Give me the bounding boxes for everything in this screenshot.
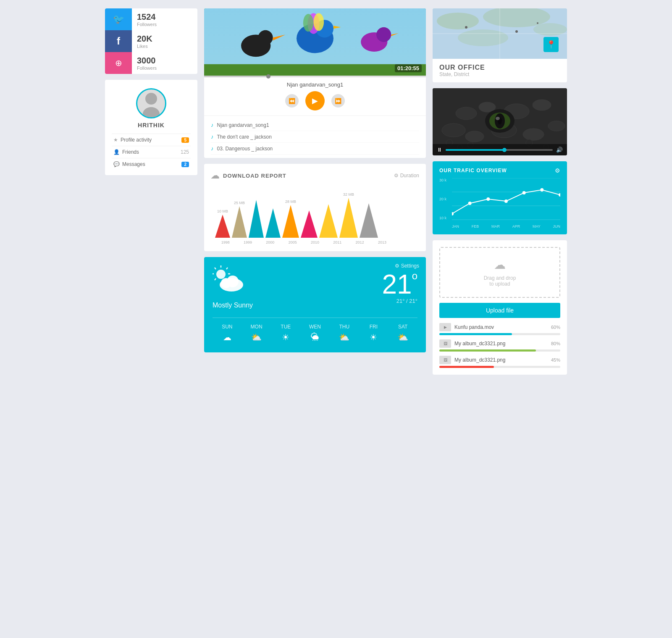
weather-settings-button[interactable]: ⚙ Settings [395,263,419,269]
video-right-progress[interactable] [446,149,553,151]
upload-file-button[interactable]: Upload file [439,303,560,318]
day-name-thu: THU [330,324,359,330]
playlist-item-label: Njan gandarvan_song1 [217,122,269,128]
music-note-icon: ♪ [211,145,214,152]
day-name-mon: MON [242,324,271,330]
day-icon-sun: ☁ [213,332,242,342]
x-label-may: MAY [533,224,541,228]
file-name-1: Kunfu panda.mov [454,324,548,330]
file-thumb-1: ▶ [439,323,451,331]
svg-point-0 [145,93,157,105]
video-progress-bar[interactable] [204,76,426,77]
svg-point-66 [559,193,560,197]
facebook-label: Likes [137,44,152,49]
playlist-item[interactable]: ♪ The don't care _ jackson [211,131,419,143]
weather-day-wen: WEN 🌦 [300,324,330,344]
svg-point-40 [533,100,551,110]
svg-point-42 [465,131,484,142]
svg-point-11 [313,13,324,31]
progress-fill-3 [439,366,494,368]
video-controls: ⏪ ▶ ⏩ [204,91,426,116]
file-pct-2: 80% [551,341,560,346]
facebook-icon: f [105,30,132,52]
weather-temperature: 21o [382,271,417,298]
weather-day-thu: THU ⛅ [330,324,359,344]
profile-activity-row[interactable]: ★ Profile activity 5 [112,134,191,146]
dribbble-label: Followers [137,66,157,71]
facebook-row[interactable]: f 20K Likes [105,30,197,52]
svg-point-1 [143,107,160,117]
music-note-icon: ♪ [211,134,214,140]
weather-description: Mostly Sunny [213,302,253,309]
svg-point-35 [537,22,538,24]
duration-filter[interactable]: ⚙ Duration [394,173,419,179]
svg-rect-3 [204,64,426,76]
office-title: OUR OFFICE [439,64,560,71]
dribbble-stats: 3000 Followers [132,53,162,73]
dropzone[interactable]: ☁ Drag and dropto upload [439,247,560,298]
profile-card: HRITHIK ★ Profile activity 5 👤 Friends 1… [105,80,197,175]
playlist-item-label: 03. Dangerous _ jackson [217,146,273,152]
weather-day-fri: FRI ☀ [359,324,388,344]
pause-button[interactable]: ⏸ [437,147,442,153]
office-subtitle: State, District [439,71,560,77]
playlist-item[interactable]: ♪ Njan gandarvan_song1 [211,119,419,131]
day-icon-fri: ☀ [359,332,388,342]
svg-point-34 [515,30,518,33]
twitter-count: 1524 [137,12,157,22]
office-info: OUR OFFICE State, District [433,59,567,82]
map-pin-icon[interactable]: 📍 [543,37,559,52]
twitter-row[interactable]: 🐦 1524 Followers [105,8,197,30]
y-label-20k: 20 k [439,197,451,201]
video-time: 01:20:55 [395,64,422,72]
friends-row[interactable]: 👤 Friends 125 [112,146,191,158]
day-name-wen: WEN [300,324,330,330]
messages-icon: 💬 [113,161,120,167]
svg-point-30 [458,29,508,46]
video-right-thumbnail: ⏸ 🔊 [433,88,567,155]
traffic-header: OUR TRAFIC OVERVIEW ⚙ [439,167,560,174]
file-item-1: ▶ Kunfu panda.mov 60% [439,323,560,335]
x-label-feb: FEB [472,224,479,228]
svg-point-8 [258,30,273,45]
download-report-header: ☁ DOWNLOAD REPORT ⚙ Duration [211,171,419,181]
day-name-tue: TUE [271,324,300,330]
fast-forward-button[interactable]: ⏩ [331,94,345,108]
file-item-2: 🖼 My album_dc3321.png 80% [439,339,560,352]
svg-point-64 [522,191,526,194]
play-button[interactable]: ▶ [305,91,325,110]
traffic-gear-icon[interactable]: ⚙ [555,167,560,174]
file-list: ▶ Kunfu panda.mov 60% 🖼 My album_dc3321.… [439,323,560,368]
rewind-button[interactable]: ⏪ [285,94,299,108]
weather-left: Mostly Sunny [213,265,253,309]
weather-main: Mostly Sunny 21o 21° / 21° [213,265,417,309]
volume-icon[interactable]: 🔊 [556,147,563,153]
file-pct-1: 60% [551,325,560,330]
x-labels: JAN FEB MAR APR MAY JUN [452,224,560,228]
progress-bg-1 [439,333,560,335]
avatar [136,88,166,118]
day-icon-mon: ⛅ [242,332,271,342]
progress-bg-2 [439,349,560,352]
playlist-item-label: The don't care _ jackson [217,134,272,140]
dribbble-row[interactable]: ⊕ 3000 Followers [105,52,197,74]
svg-point-27 [437,13,479,29]
weather-temp-display: 21o 21° / 21° [382,271,417,304]
weather-days-row: SUN ☁ MON ⛅ TUE ☀ WEN 🌦 THU ⛅ [213,318,417,344]
svg-point-61 [468,202,472,205]
svg-point-45 [548,121,565,131]
messages-row[interactable]: 💬 Messages 2 [112,158,191,170]
weather-day-mon: MON ⛅ [242,324,271,344]
day-icon-wen: 🌦 [300,332,330,342]
progress-fill-1 [439,333,512,335]
map-area[interactable]: 📍 [433,8,567,59]
day-name-sat: SAT [388,324,417,330]
file-item-3: 🖼 My album_dc3321.png 45% [439,356,560,368]
video-right-card: ⏸ 🔊 [433,88,567,155]
video-thumbnail[interactable]: 01:20:55 [204,8,426,76]
y-label-10k: 10 k [439,216,451,220]
gear-icon: ⚙ [394,173,399,179]
twitter-icon: 🐦 [105,8,132,30]
weather-day-tue: TUE ☀ [271,324,300,344]
playlist-item[interactable]: ♪ 03. Dangerous _ jackson [211,143,419,155]
